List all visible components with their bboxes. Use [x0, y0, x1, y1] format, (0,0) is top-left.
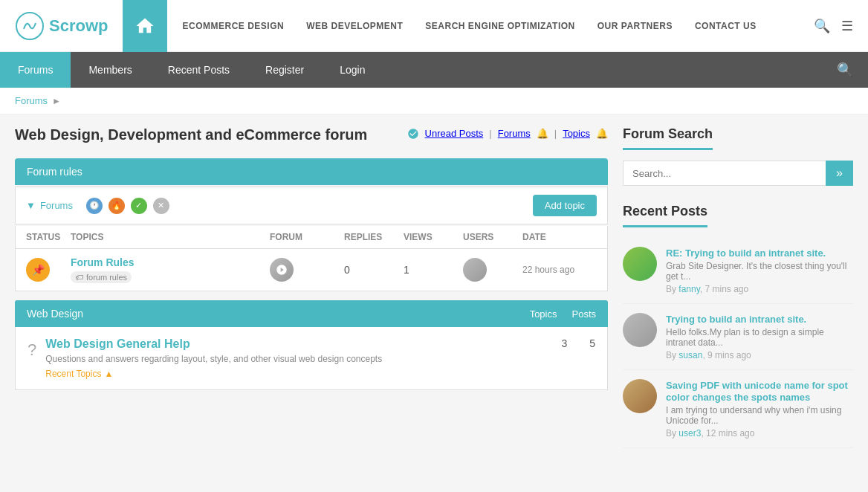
nav-members[interactable]: Members [71, 52, 149, 88]
webdesign-description: Questions and answers regarding layout, … [45, 354, 552, 364]
webdesign-general-help-link[interactable]: Web Design General Help [45, 337, 190, 350]
webdesign-counts: 3 5 [561, 337, 595, 349]
filter-close-icon[interactable]: ✕ [153, 198, 169, 214]
views-cell: 1 [404, 264, 463, 276]
rp-excerpt-2: Hello folks.My plan is to design a simpl… [666, 327, 853, 348]
forum-rules-label: Forum rules [27, 166, 82, 178]
left-column: Web Design, Development and eCommerce fo… [15, 126, 608, 448]
menu-ecommerce[interactable]: ECOMMERCE DESIGN [182, 21, 284, 31]
recent-posts-section: Recent Posts RE: Trying to build an intr… [623, 204, 853, 448]
search-input[interactable] [623, 161, 826, 186]
menu-hamburger-icon[interactable]: ☰ [841, 18, 853, 34]
nav-login[interactable]: Login [322, 52, 383, 88]
forums-dropdown[interactable]: ▼ Forums [26, 200, 73, 211]
topic-status-cell: 📌 [26, 258, 71, 282]
rp-author-1[interactable]: fanny [678, 284, 699, 294]
forum-search-section: Forum Search » [623, 126, 853, 186]
topic-info-cell: Forum Rules 🏷 forum rules [71, 256, 270, 283]
category-info: Web Design General Help Questions and an… [45, 337, 552, 379]
rp-avatar-3 [623, 379, 657, 413]
col-forum: Forum [270, 232, 344, 242]
breadcrumb-forums[interactable]: Forums [15, 95, 48, 106]
rp-avatar-1 [623, 247, 657, 281]
nav-register[interactable]: Register [247, 52, 322, 88]
top-nav-icons: 🔍 ☰ [814, 18, 853, 34]
main-container: Web Design, Development and eCommerce fo… [0, 114, 868, 460]
webdesign-category-row: ? Web Design General Help Questions and … [15, 327, 608, 390]
recent-post-item: Saving PDF with unicode name for spot co… [623, 370, 853, 448]
rp-title-3[interactable]: Saving PDF with unicode name for spot co… [666, 380, 848, 403]
rp-meta-3: By user3, 12 mins ago [666, 428, 853, 438]
chevron-up-icon: ▲ [104, 369, 113, 379]
home-button[interactable] [123, 0, 167, 52]
rp-author-2[interactable]: susan [678, 350, 702, 360]
table-row: 📌 Forum Rules 🏷 forum rules 0 1 [15, 249, 608, 291]
menu-webdev[interactable]: WEB DEVELOPMENT [306, 21, 403, 31]
recent-post-item: RE: Trying to build an intranet site. Gr… [623, 238, 853, 304]
sec-nav-search-icon[interactable]: 🔍 [837, 62, 868, 78]
search-box: » [623, 161, 853, 186]
right-column: Forum Search » Recent Posts RE: Trying t… [623, 126, 853, 448]
filter-clock-icon[interactable]: 🕐 [86, 198, 103, 214]
breadcrumb: Forums ► [0, 88, 868, 114]
rp-content-1: RE: Trying to build an intranet site. Gr… [666, 247, 853, 294]
forum-meta: Unread Posts | Forums 🔔 | Topics 🔔 [407, 128, 608, 140]
replies-cell: 0 [344, 264, 404, 276]
col-status: Status [26, 232, 71, 242]
top-navigation: Scrowp ECOMMERCE DESIGN WEB DEVELOPMENT … [0, 0, 868, 52]
nav-recent-posts[interactable]: Recent Posts [150, 52, 247, 88]
recent-post-item: Trying to build an intranet site. Hello … [623, 304, 853, 370]
posts-count: 5 [589, 337, 595, 349]
category-question-icon: ? [27, 340, 36, 360]
user-avatar [463, 258, 487, 282]
rp-time-2: 9 mins ago [707, 350, 751, 360]
rp-meta-2: By susan, 9 mins ago [666, 350, 853, 360]
forums-link[interactable]: Forums [498, 128, 531, 139]
home-icon [135, 16, 155, 36]
forum-rules-link[interactable]: Forum Rules [71, 256, 135, 268]
filter-check-icon[interactable]: ✓ [131, 198, 147, 214]
topics-controls: ▼ Forums 🕐 🔥 ✓ ✕ Add topic [15, 187, 608, 224]
menu-partners[interactable]: OUR PARTNERS [597, 21, 673, 31]
breadcrumb-separator: ► [52, 96, 61, 106]
filter-fire-icon[interactable]: 🔥 [108, 198, 125, 214]
forum-title: Web Design, Development and eCommerce fo… [15, 126, 367, 143]
recent-posts-title: Recent Posts [623, 204, 707, 227]
menu-contact[interactable]: CONTACT US [695, 21, 757, 31]
section-topics-col: Topics [530, 308, 557, 320]
rp-author-3[interactable]: user3 [678, 428, 701, 438]
nav-forums[interactable]: Forums [0, 52, 71, 88]
forum-avatar [270, 258, 294, 282]
logo-area[interactable]: Scrowp [15, 11, 108, 41]
logo-icon [15, 11, 45, 41]
web-design-section-header: Web Design Topics Posts [15, 300, 608, 327]
topic-tag: 🏷 forum rules [71, 271, 132, 283]
rp-title-2[interactable]: Trying to build an intranet site. [666, 314, 806, 325]
add-topic-button[interactable]: Add topic [533, 195, 597, 216]
section-posts-col: Posts [571, 308, 596, 320]
date-cell: 22 hours ago [522, 265, 597, 275]
unread-posts-link[interactable]: Unread Posts [425, 128, 484, 139]
dropdown-arrow-icon: ▼ [26, 200, 36, 211]
rp-avatar-2 [623, 313, 657, 347]
rp-excerpt-3: I am trying to undersand why when i'm us… [666, 405, 853, 426]
webdesign-row-inner: ? Web Design General Help Questions and … [27, 337, 595, 379]
rp-time-1: 7 mins ago [705, 284, 748, 294]
search-button[interactable]: » [826, 161, 853, 186]
rp-meta-1: By fanny, 7 mins ago [666, 284, 853, 294]
col-topics: Topics [71, 232, 270, 242]
menu-seo[interactable]: SEARCH ENGINE OPTIMIZATION [425, 21, 574, 31]
rp-excerpt-1: Grab Site Designer. It's the closest thi… [666, 261, 853, 282]
search-icon[interactable]: 🔍 [814, 18, 830, 34]
logo-text: Scrowp [49, 16, 108, 36]
table-header: Status Topics Forum Replies Views Users … [15, 226, 608, 249]
forum-cell [270, 258, 344, 282]
topics-link[interactable]: Topics [563, 128, 590, 139]
forum-rules-bar: Forum rules [15, 158, 608, 185]
rp-time-3: 12 mins ago [706, 428, 754, 438]
forums-dropdown-label: Forums [40, 200, 73, 211]
rp-title-1[interactable]: RE: Trying to build an intranet site. [666, 247, 826, 259]
recent-topics-toggle[interactable]: Recent Topics ▲ [45, 369, 113, 379]
section-label: Web Design [27, 308, 83, 320]
section-header-cols: Topics Posts [530, 308, 596, 320]
